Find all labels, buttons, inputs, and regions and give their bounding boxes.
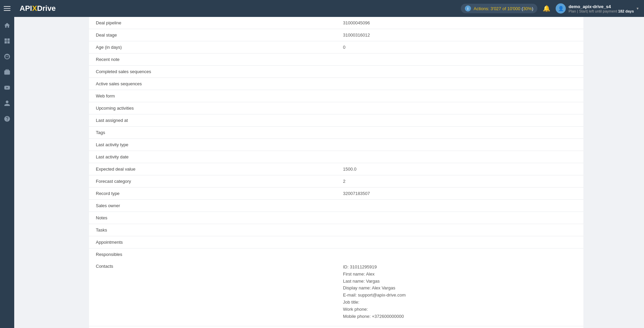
table-row: Contacts ID: 31011295919First name: Alex…	[89, 260, 583, 323]
row-label: Appointments	[89, 236, 336, 248]
row-label: Last activity date	[89, 151, 336, 163]
row-label: Web form	[89, 90, 336, 102]
app-logo: APIXDrive	[20, 4, 56, 13]
row-value	[336, 66, 583, 78]
table-row: Completed sales sequences	[89, 66, 583, 78]
row-label: Last assigned at	[89, 114, 336, 127]
row-label: Tags	[89, 127, 336, 139]
hamburger-menu[interactable]	[0, 0, 14, 17]
row-label: Last activity type	[89, 139, 336, 151]
info-icon: i	[465, 5, 471, 12]
row-value: 32007183507	[336, 188, 583, 200]
logo-x: X	[32, 4, 37, 13]
row-value	[336, 236, 583, 248]
row-label: Completed sales sequences	[89, 66, 336, 78]
row-value: 1500.0	[336, 163, 583, 175]
table-row: Recent note	[89, 53, 583, 66]
actions-separator: of	[502, 6, 507, 11]
row-value	[336, 102, 583, 114]
row-label: Forecast category	[89, 175, 336, 188]
footer-bar: Edit Load test data from Freshworks Next	[89, 326, 583, 328]
table-row: Tasks	[89, 224, 583, 236]
row-value: 0	[336, 41, 583, 53]
logo-api: API	[20, 4, 32, 13]
sidebar-item-home[interactable]	[0, 18, 14, 32]
row-label: Active sales sequences	[89, 78, 336, 90]
sidebar-item-dollar[interactable]	[0, 49, 14, 64]
topnav-right: i Actions: 3'027 of 10'000 (30%) 🔔 👤 dem…	[461, 3, 639, 14]
row-label: Age (in days)	[89, 41, 336, 53]
table-row: Record type32007183507	[89, 188, 583, 200]
table-row: Appointments	[89, 236, 583, 248]
contacts-value: ID: 31011295919First name: AlexLast name…	[343, 264, 577, 320]
avatar: 👤	[556, 3, 566, 14]
table-row: Sales owner	[89, 200, 583, 212]
row-label: Recent note	[89, 53, 336, 66]
chevron-down-icon[interactable]: ▾	[637, 6, 639, 11]
row-label: Deal pipeline	[89, 17, 336, 29]
data-table: Deal pipeline31000045096Deal stage310003…	[89, 17, 583, 260]
row-label: Record type	[89, 188, 336, 200]
row-value	[336, 200, 583, 212]
row-label: Notes	[89, 212, 336, 224]
svg-rect-2	[4, 10, 10, 11]
sidebar-item-youtube[interactable]	[0, 81, 14, 95]
row-value	[336, 139, 583, 151]
svg-rect-1	[4, 8, 10, 9]
sidebar-item-help[interactable]	[0, 112, 14, 126]
logo-drive: Drive	[37, 4, 56, 13]
content-wrapper: Deal pipeline31000045096Deal stage310003…	[89, 17, 583, 328]
sidebar-item-briefcase[interactable]	[0, 65, 14, 79]
user-info: demo_apix-drive_s4 Plan | Start| left un…	[568, 4, 634, 13]
row-value	[336, 78, 583, 90]
user-plan: Plan | Start| left until payment 182 day…	[568, 9, 634, 13]
row-label: Expected deal value	[89, 163, 336, 175]
actions-percent: 30%	[523, 6, 532, 11]
row-value: 31000045096	[336, 17, 583, 29]
table-row: Deal pipeline31000045096	[89, 17, 583, 29]
table-row: Deal stage31000316012	[89, 29, 583, 41]
svg-rect-0	[4, 6, 10, 7]
table-row: Upcoming activities	[89, 102, 583, 114]
actions-count: Actions: 3'027 of 10'000 (30%)	[474, 6, 533, 11]
sidebar-item-user[interactable]	[0, 96, 14, 110]
row-value	[336, 212, 583, 224]
row-value	[336, 151, 583, 163]
contacts-table: Contacts ID: 31011295919First name: Alex…	[89, 260, 583, 323]
contacts-label: Contacts	[89, 260, 336, 323]
bell-icon[interactable]: 🔔	[543, 5, 550, 12]
row-label: Upcoming activities	[89, 102, 336, 114]
row-label: Deal stage	[89, 29, 336, 41]
table-row: Tags	[89, 127, 583, 139]
sidebar	[0, 0, 14, 328]
topnav: APIXDrive i Actions: 3'027 of 10'000 (30…	[14, 0, 644, 17]
row-value	[336, 90, 583, 102]
table-row: Expected deal value1500.0	[89, 163, 583, 175]
row-value	[336, 127, 583, 139]
row-label: Sales owner	[89, 200, 336, 212]
row-value	[336, 114, 583, 127]
row-value: 31000316012	[336, 29, 583, 41]
table-row: Last assigned at	[89, 114, 583, 127]
table-row: Forecast category2	[89, 175, 583, 188]
table-row: Notes	[89, 212, 583, 224]
user-section: 👤 demo_apix-drive_s4 Plan | Start| left …	[556, 3, 639, 14]
table-row: Age (in days)0	[89, 41, 583, 53]
table-row: Last activity type	[89, 139, 583, 151]
row-value	[336, 224, 583, 236]
row-label: Tasks	[89, 224, 336, 236]
user-name: demo_apix-drive_s4	[568, 4, 634, 9]
row-label: Responsibles	[89, 248, 336, 261]
table-row: Responsibles	[89, 248, 583, 261]
sidebar-item-grid[interactable]	[0, 34, 14, 48]
actions-badge: i Actions: 3'027 of 10'000 (30%)	[461, 4, 537, 13]
main-content: Deal pipeline31000045096Deal stage310003…	[28, 17, 644, 328]
row-value: 2	[336, 175, 583, 188]
row-value	[336, 53, 583, 66]
table-row: Active sales sequences	[89, 78, 583, 90]
table-row: Web form	[89, 90, 583, 102]
row-value	[336, 248, 583, 261]
actions-current: 3'027	[491, 6, 501, 11]
table-row: Last activity date	[89, 151, 583, 163]
actions-label: Actions:	[474, 6, 489, 11]
